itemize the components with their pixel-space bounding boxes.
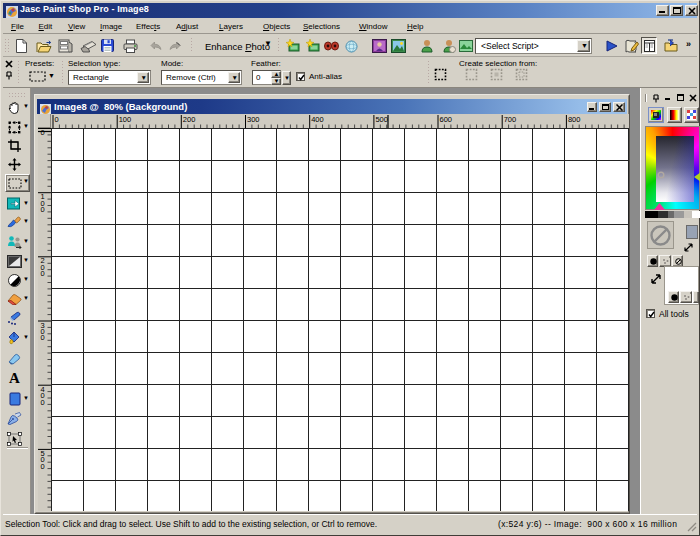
- svg-text:300: 300: [247, 115, 260, 124]
- svg-text:0: 0: [41, 333, 45, 342]
- svg-text:0: 0: [41, 269, 45, 278]
- svg-text:700: 700: [504, 115, 517, 124]
- svg-text:400: 400: [311, 115, 324, 124]
- svg-text:0: 0: [41, 398, 45, 407]
- svg-text:600: 600: [440, 115, 453, 124]
- svg-text:0: 0: [41, 462, 45, 471]
- svg-text:200: 200: [183, 115, 196, 124]
- svg-text:0: 0: [41, 205, 45, 214]
- svg-text:500: 500: [375, 115, 388, 124]
- svg-text:0: 0: [41, 128, 45, 137]
- svg-text:0: 0: [55, 115, 59, 124]
- svg-text:800: 800: [568, 115, 581, 124]
- svg-text:100: 100: [119, 115, 132, 124]
